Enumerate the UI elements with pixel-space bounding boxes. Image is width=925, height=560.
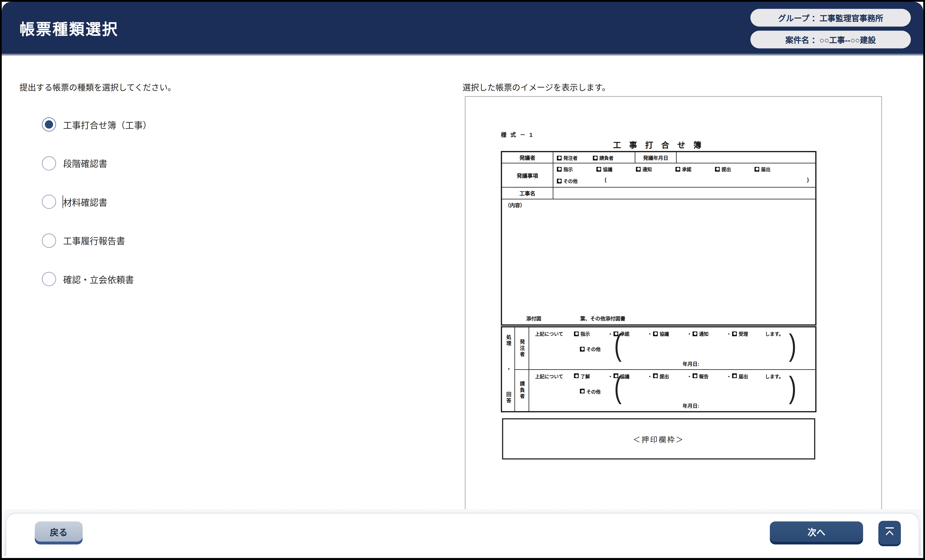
bracket-close: ) xyxy=(789,330,797,360)
checkbox-icon xyxy=(574,331,579,336)
checkbox-icon xyxy=(557,179,562,183)
side-label-dot: ・ xyxy=(505,366,512,372)
radio-option-material-confirmation[interactable]: 材料確認書 xyxy=(42,195,152,209)
separator-dot: ・ xyxy=(646,330,653,337)
radio-option-performance-report[interactable]: 工事履行報告書 xyxy=(42,233,152,247)
checkbox-icon xyxy=(580,346,585,351)
header-badges: グループ ：工事監理官事務所 案件名 ：○○工事--○○建設 xyxy=(750,9,911,48)
checkbox-icon xyxy=(653,373,658,378)
row-prefix: 上記について xyxy=(535,373,574,379)
checkbox-icon xyxy=(653,331,658,336)
orderer-response-cell: 上記について 指示 ・ 承諾 ・ 協議 ・ 通知 ・ 受理 します。 xyxy=(529,327,815,369)
radio-option-stage-confirmation[interactable]: 段階確認書 xyxy=(42,156,152,170)
construction-name-row: 工事名 xyxy=(502,187,815,199)
process-response-side-label: 処理 ・ 回答 xyxy=(502,327,515,411)
attachment-label-1: 添付図 xyxy=(526,315,541,321)
checkbox-icon xyxy=(675,167,680,172)
selection-instruction: 提出する帳票の種類を選択してください。 xyxy=(20,81,176,93)
date-label: 年月日: xyxy=(682,402,699,409)
radio-selected-icon xyxy=(42,117,56,132)
party-label: 請負者 xyxy=(518,381,525,400)
check-label: その他 xyxy=(586,346,601,352)
orderer-response-row: 発注者 上記について 指示 ・ 承諾 ・ 協議 ・ 通知 xyxy=(515,327,815,369)
content-row: （内容） 添付図 葉、その他添付図書 xyxy=(502,199,815,325)
row-prefix: 上記について xyxy=(535,330,574,337)
preview-caption: 選択した帳票のイメージを表示します。 xyxy=(462,81,610,93)
issue-items-cell: 指示 協議 通知 承諾 提出 届出 その他 ( ) xyxy=(553,164,815,187)
group-badge: グループ ：工事監理官事務所 xyxy=(750,9,911,27)
radio-unselected-icon xyxy=(42,233,56,247)
date-label: 年月日: xyxy=(682,360,699,366)
meeting-form-table: 発議者 発注者 請負者 発議年月日 xyxy=(501,151,817,326)
checkbox-icon xyxy=(580,389,585,393)
checkbox-icon xyxy=(593,155,598,160)
next-button[interactable]: 次へ xyxy=(770,522,863,542)
radio-option-label: 工事履行報告書 xyxy=(63,234,125,247)
checkbox-icon xyxy=(732,331,737,336)
footer-zone: 戻る 次へ xyxy=(3,509,922,557)
issue-date-label: 発議年月日 xyxy=(635,152,676,163)
initiator-checks-cell: 発注者 請負者 xyxy=(553,152,635,163)
bracket-open: ( xyxy=(614,372,622,402)
scroll-to-top-icon xyxy=(884,527,895,539)
issue-items-label: 発議事項 xyxy=(502,164,553,187)
separator-dot: ・ xyxy=(646,373,653,379)
separator-dot: ・ xyxy=(726,373,732,379)
process-response-table: 処理 ・ 回答 発注者 上記について 指示 ・ xyxy=(501,326,817,412)
initiator-row: 発議者 発注者 請負者 発議年月日 xyxy=(502,152,815,163)
checkbox-icon xyxy=(636,167,641,172)
scroll-to-top-button[interactable] xyxy=(878,521,901,545)
checkbox-icon xyxy=(574,373,579,378)
paren-open: ( xyxy=(604,177,606,183)
side-label-top: 処理 xyxy=(505,334,512,347)
bracket-close: ) xyxy=(789,372,797,402)
footer-bar: 戻る 次へ xyxy=(6,514,919,557)
orderer-party-cell: 発注者 xyxy=(515,327,529,369)
paren-close: ) xyxy=(807,177,809,183)
window-body: 帳票種類選択 グループ ：工事監理官事務所 案件名 ：○○工事--○○建設 提出… xyxy=(2,2,923,558)
check-label: 届出 xyxy=(738,373,748,379)
construction-name-label: 工事名 xyxy=(502,187,553,199)
checkbox-icon xyxy=(732,373,737,378)
check-label: 了解 xyxy=(581,373,590,379)
radio-unselected-icon xyxy=(42,272,56,286)
separator-dot: ・ xyxy=(686,373,693,379)
app-header: 帳票種類選択 グループ ：工事監理官事務所 案件名 ：○○工事--○○建設 xyxy=(2,2,923,54)
radio-unselected-icon xyxy=(42,156,56,170)
check-label: 提出 xyxy=(660,373,669,379)
radio-option-meeting-record[interactable]: 工事打合せ簿（工事） xyxy=(42,117,152,132)
check-label: その他 xyxy=(563,178,577,184)
check-label: 発注者 xyxy=(563,155,577,161)
separator-dot: ・ xyxy=(607,330,613,337)
bracket-open: ( xyxy=(614,330,622,360)
check-label: 報告 xyxy=(699,373,708,379)
radio-unselected-icon xyxy=(42,195,56,209)
form-code: 様 式 － 1 xyxy=(501,130,534,138)
form-type-radio-group: 工事打合せ簿（工事） 段階確認書 材料確認書 工事履行報告書 確認・立会依頼書 xyxy=(42,117,152,310)
checkbox-icon xyxy=(597,167,601,172)
check-label: 通知 xyxy=(642,166,652,172)
check-label: 指示 xyxy=(581,330,590,337)
form-preview-panel: 様 式 － 1 工 事 打 合 せ 簿 発議者 発注者 請負者 xyxy=(465,96,882,513)
page-title: 帳票種類選択 xyxy=(20,17,119,39)
radio-option-label: 段階確認書 xyxy=(63,157,107,169)
issue-date-value-cell xyxy=(676,152,815,163)
check-label: その他 xyxy=(586,388,601,394)
check-label: 指示 xyxy=(563,166,573,172)
contractor-response-cell: 上記について 了解 ・ 協議 ・ 提出 ・ 報告 ・ 届出 します。 xyxy=(529,369,815,411)
check-label: 提出 xyxy=(722,166,731,172)
row-suffix: します。 xyxy=(765,373,783,379)
contractor-party-cell: 請負者 xyxy=(515,369,529,411)
separator-dot: ・ xyxy=(726,330,732,337)
check-label: 協議 xyxy=(603,166,612,172)
radio-option-label: 材料確認書 xyxy=(63,196,107,208)
checkbox-icon xyxy=(557,167,562,172)
check-label: 受理 xyxy=(738,330,748,337)
checkbox-icon xyxy=(693,331,698,336)
initiator-label: 発議者 xyxy=(502,152,553,163)
check-label: 協議 xyxy=(660,330,669,337)
back-button[interactable]: 戻る xyxy=(35,522,83,542)
radio-option-witness-request[interactable]: 確認・立会依頼書 xyxy=(42,272,152,286)
content-label: （内容） xyxy=(505,201,525,208)
content-cell: （内容） 添付図 葉、その他添付図書 xyxy=(502,199,815,325)
